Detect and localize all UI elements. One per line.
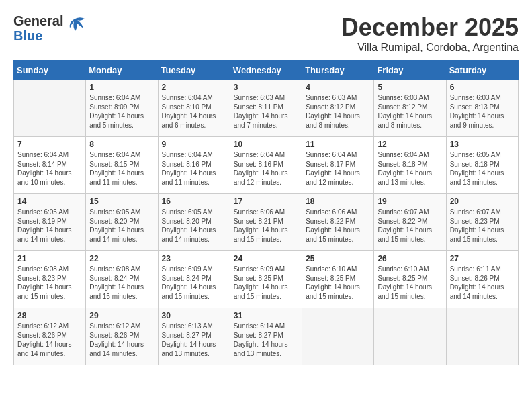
calendar-header-row: SundayMondayTuesdayWednesdayThursdayFrid… [14, 61, 519, 80]
day-info: Sunrise: 6:04 AMSunset: 8:17 PMDaylight:… [306, 150, 370, 187]
calendar-cell: 13Sunrise: 6:05 AMSunset: 8:18 PMDayligh… [446, 137, 518, 194]
subtitle: Villa Rumipal, Cordoba, Argentina [341, 42, 519, 54]
day-number: 21 [17, 254, 82, 263]
day-number: 20 [450, 197, 515, 206]
day-info: Sunrise: 6:12 AMSunset: 8:26 PMDaylight:… [17, 322, 82, 358]
day-info: Sunrise: 6:09 AMSunset: 8:25 PMDaylight:… [234, 265, 298, 301]
logo-blue: Blue [13, 28, 63, 43]
calendar-cell: 19Sunrise: 6:07 AMSunset: 8:22 PMDayligh… [374, 194, 446, 251]
day-info: Sunrise: 6:07 AMSunset: 8:23 PMDaylight:… [450, 208, 515, 244]
day-number: 17 [234, 197, 298, 206]
day-info: Sunrise: 6:08 AMSunset: 8:24 PMDaylight:… [89, 265, 154, 301]
day-number: 11 [306, 140, 370, 149]
day-number: 31 [234, 311, 298, 320]
calendar-cell: 1Sunrise: 6:04 AMSunset: 8:09 PMDaylight… [86, 80, 158, 137]
calendar-week-row: 21Sunrise: 6:08 AMSunset: 8:23 PMDayligh… [14, 251, 519, 308]
calendar-cell: 15Sunrise: 6:05 AMSunset: 8:20 PMDayligh… [86, 194, 158, 251]
day-info: Sunrise: 6:04 AMSunset: 8:09 PMDaylight:… [89, 93, 154, 130]
day-info: Sunrise: 6:13 AMSunset: 8:27 PMDaylight:… [162, 322, 226, 358]
day-number: 29 [89, 311, 154, 320]
calendar-cell: 17Sunrise: 6:06 AMSunset: 8:21 PMDayligh… [230, 194, 302, 251]
calendar-week-row: 1Sunrise: 6:04 AMSunset: 8:09 PMDaylight… [14, 80, 519, 137]
calendar-cell: 22Sunrise: 6:08 AMSunset: 8:24 PMDayligh… [86, 251, 158, 308]
weekday-header: Saturday [446, 61, 518, 80]
logo: General Blue [13, 13, 87, 43]
day-info: Sunrise: 6:06 AMSunset: 8:22 PMDaylight:… [306, 208, 370, 244]
calendar-cell: 25Sunrise: 6:10 AMSunset: 8:25 PMDayligh… [302, 251, 374, 308]
calendar-cell: 7Sunrise: 6:04 AMSunset: 8:14 PMDaylight… [14, 137, 86, 194]
day-info: Sunrise: 6:03 AMSunset: 8:13 PMDaylight:… [450, 93, 515, 130]
day-info: Sunrise: 6:10 AMSunset: 8:25 PMDaylight:… [306, 265, 370, 301]
weekday-header: Friday [374, 61, 446, 80]
day-number: 10 [234, 140, 298, 149]
weekday-header: Monday [86, 61, 158, 80]
day-info: Sunrise: 6:04 AMSunset: 8:16 PMDaylight:… [162, 150, 226, 187]
day-number: 5 [378, 83, 442, 92]
calendar-table: SundayMondayTuesdayWednesdayThursdayFrid… [13, 60, 519, 365]
day-info: Sunrise: 6:08 AMSunset: 8:23 PMDaylight:… [17, 265, 82, 301]
calendar-cell: 30Sunrise: 6:13 AMSunset: 8:27 PMDayligh… [158, 308, 230, 365]
calendar-week-row: 14Sunrise: 6:05 AMSunset: 8:19 PMDayligh… [14, 194, 519, 251]
day-info: Sunrise: 6:03 AMSunset: 8:11 PMDaylight:… [234, 93, 298, 130]
day-number: 26 [378, 254, 442, 263]
day-info: Sunrise: 6:04 AMSunset: 8:14 PMDaylight:… [17, 150, 82, 187]
calendar-cell: 18Sunrise: 6:06 AMSunset: 8:22 PMDayligh… [302, 194, 374, 251]
day-info: Sunrise: 6:11 AMSunset: 8:26 PMDaylight:… [450, 265, 515, 301]
calendar-cell: 10Sunrise: 6:04 AMSunset: 8:16 PMDayligh… [230, 137, 302, 194]
logo-general: General [13, 13, 63, 28]
calendar-week-row: 28Sunrise: 6:12 AMSunset: 8:26 PMDayligh… [14, 308, 519, 365]
calendar-cell [374, 308, 446, 365]
day-number: 16 [162, 197, 226, 206]
weekday-header: Sunday [14, 61, 86, 80]
calendar-cell: 6Sunrise: 6:03 AMSunset: 8:13 PMDaylight… [446, 80, 518, 137]
calendar-cell: 9Sunrise: 6:04 AMSunset: 8:16 PMDaylight… [158, 137, 230, 194]
calendar-cell: 3Sunrise: 6:03 AMSunset: 8:11 PMDaylight… [230, 80, 302, 137]
day-info: Sunrise: 6:12 AMSunset: 8:26 PMDaylight:… [89, 322, 154, 358]
calendar-cell: 4Sunrise: 6:03 AMSunset: 8:12 PMDaylight… [302, 80, 374, 137]
calendar-week-row: 7Sunrise: 6:04 AMSunset: 8:14 PMDaylight… [14, 137, 519, 194]
day-number: 18 [306, 197, 370, 206]
calendar-cell: 31Sunrise: 6:14 AMSunset: 8:27 PMDayligh… [230, 308, 302, 365]
calendar-cell [302, 308, 374, 365]
day-number: 15 [89, 197, 154, 206]
calendar-cell: 20Sunrise: 6:07 AMSunset: 8:23 PMDayligh… [446, 194, 518, 251]
day-number: 23 [162, 254, 226, 263]
day-info: Sunrise: 6:07 AMSunset: 8:22 PMDaylight:… [378, 208, 442, 244]
day-number: 1 [89, 83, 154, 92]
calendar-cell: 5Sunrise: 6:03 AMSunset: 8:12 PMDaylight… [374, 80, 446, 137]
calendar-cell: 14Sunrise: 6:05 AMSunset: 8:19 PMDayligh… [14, 194, 86, 251]
day-number: 12 [378, 140, 442, 149]
weekday-header: Wednesday [230, 61, 302, 80]
calendar-cell: 21Sunrise: 6:08 AMSunset: 8:23 PMDayligh… [14, 251, 86, 308]
logo-bird-icon [67, 16, 87, 40]
day-number: 25 [306, 254, 370, 263]
calendar-cell [14, 80, 86, 137]
day-info: Sunrise: 6:05 AMSunset: 8:20 PMDaylight:… [162, 208, 226, 244]
day-number: 30 [162, 311, 226, 320]
day-number: 2 [162, 83, 226, 92]
day-number: 22 [89, 254, 154, 263]
day-info: Sunrise: 6:03 AMSunset: 8:12 PMDaylight:… [306, 93, 370, 130]
calendar-cell: 28Sunrise: 6:12 AMSunset: 8:26 PMDayligh… [14, 308, 86, 365]
day-number: 6 [450, 83, 515, 92]
day-info: Sunrise: 6:06 AMSunset: 8:21 PMDaylight:… [234, 208, 298, 244]
calendar-cell: 26Sunrise: 6:10 AMSunset: 8:25 PMDayligh… [374, 251, 446, 308]
day-number: 7 [17, 140, 82, 149]
day-number: 4 [306, 83, 370, 92]
day-info: Sunrise: 6:04 AMSunset: 8:16 PMDaylight:… [234, 150, 298, 187]
day-info: Sunrise: 6:14 AMSunset: 8:27 PMDaylight:… [234, 322, 298, 358]
day-info: Sunrise: 6:09 AMSunset: 8:24 PMDaylight:… [162, 265, 226, 301]
day-info: Sunrise: 6:05 AMSunset: 8:18 PMDaylight:… [450, 150, 515, 187]
calendar-cell: 24Sunrise: 6:09 AMSunset: 8:25 PMDayligh… [230, 251, 302, 308]
day-number: 8 [89, 140, 154, 149]
calendar-cell: 2Sunrise: 6:04 AMSunset: 8:10 PMDaylight… [158, 80, 230, 137]
day-number: 13 [450, 140, 515, 149]
day-number: 3 [234, 83, 298, 92]
day-info: Sunrise: 6:04 AMSunset: 8:15 PMDaylight:… [89, 150, 154, 187]
calendar-cell [446, 308, 518, 365]
calendar-cell: 23Sunrise: 6:09 AMSunset: 8:24 PMDayligh… [158, 251, 230, 308]
page-header: General Blue December 2025 Villa Rumipal… [13, 13, 519, 54]
day-info: Sunrise: 6:04 AMSunset: 8:18 PMDaylight:… [378, 150, 442, 187]
calendar-cell: 11Sunrise: 6:04 AMSunset: 8:17 PMDayligh… [302, 137, 374, 194]
calendar-cell: 8Sunrise: 6:04 AMSunset: 8:15 PMDaylight… [86, 137, 158, 194]
